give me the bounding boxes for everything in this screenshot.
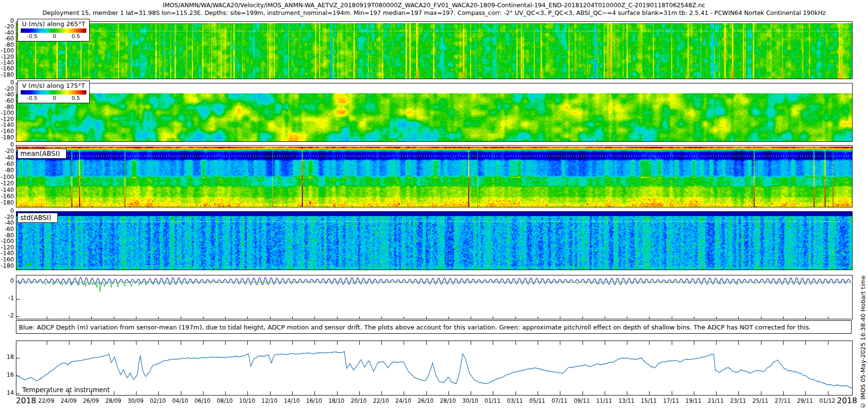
u-colorbar-tick-min: -0.5 [27,33,37,40]
panel-mean-absi: mean(ABSI) [16,145,853,207]
figure-title-filename: IMOS/ANMN/WA/WACA20/Velocity/IMOS_ANMN-W… [0,1,868,9]
y-tick-label: 0 [0,141,14,148]
y-tick-label: 18 [0,354,14,360]
panel-std-absi: std(ABSI) [16,211,853,270]
y-tick-label: 14 [0,389,14,396]
std-absi-label: std(ABSI) [17,213,58,223]
v-velocity-heatmap [16,83,852,141]
temperature-lineplot [16,341,852,395]
panel-depth-variation [16,275,853,319]
x-date-label: 01/12 [813,397,842,404]
y-tick-label: -100 [0,174,14,180]
y-tick-label: -120 [0,180,14,187]
y-tick-label: -60 [0,161,14,167]
caption-text: Blue: ADCP Depth (m) variation from sens… [19,324,811,331]
temperature-label: Temperature at instrument [22,386,110,394]
panel-temperature: Temperature at instrument [16,341,853,396]
y-tick-label: -180 [0,134,14,141]
adcp-diagnostic-figure: IMOS/ANMN/WA/WACA20/Velocity/IMOS_ANMN-W… [0,0,868,410]
panel-u-velocity: U (m/s) along 265°T -0.5 0 0.5 [16,21,853,79]
v-colorbar-gradient [21,90,86,95]
y-tick-label: -2 [0,312,14,319]
depth-variation-caption: Blue: ADCP Depth (m) variation from sens… [16,320,852,334]
y-tick-label: -180 [0,71,14,78]
u-colorbar-legend: U (m/s) along 265°T -0.5 0 0.5 [17,19,90,41]
v-colorbar-legend: V (m/s) along 175°T -0.5 0 0.5 [17,81,90,103]
v-colorbar-tick-min: -0.5 [27,95,37,101]
y-tick-label: 0 [0,277,14,284]
y-tick-label: -20 [0,148,14,154]
depth-variation-lineplot [16,275,852,319]
y-tick-label: 16 [0,371,14,378]
figure-title-deployment-info: Deployment 15, member 1 lat=31.98S lon=1… [0,9,868,16]
u-colorbar-tick-max: 0.5 [72,33,81,40]
v-colorbar-tick-zero: 0 [53,95,56,101]
y-tick-label: -80 [0,167,14,174]
y-tick-label: -1 [0,295,14,301]
y-tick-label: -40 [0,154,14,161]
y-tick-label: -160 [0,193,14,200]
std-absi-heatmap [16,212,852,270]
v-colorbar-tick-labels: -0.5 0 0.5 [20,95,87,101]
v-colorbar-tick-max: 0.5 [72,95,81,101]
y-tick-label: -180 [0,199,14,206]
v-legend-title: V (m/s) along 175°T [20,82,87,89]
y-tick-label: -140 [0,187,14,193]
u-colorbar-tick-zero: 0 [53,33,56,40]
u-legend-title: U (m/s) along 265°T [20,20,87,27]
u-colorbar-gradient [21,28,86,33]
panel-v-velocity: V (m/s) along 175°T -0.5 0 0.5 [16,83,853,142]
mean-absi-heatmap [16,146,852,207]
imos-watermark: © IMOS 05-May-2025 16:38:40 Hobart time [859,275,867,409]
u-velocity-heatmap [16,22,852,79]
u-colorbar-tick-labels: -0.5 0 0.5 [20,33,87,40]
y-tick-label: -180 [0,262,14,269]
mean-absi-label: mean(ABSI) [17,149,67,159]
